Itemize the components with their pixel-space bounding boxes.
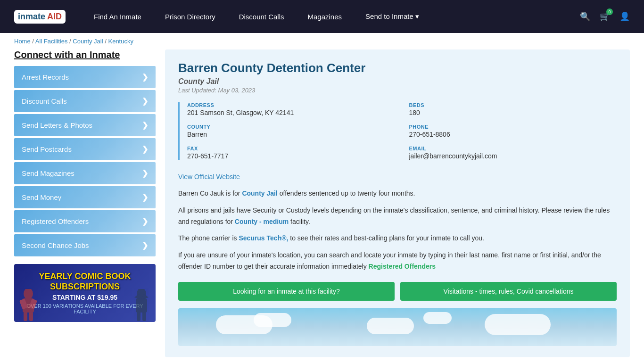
ad-subtitle: OVER 100 VARIATIONS AVAILABLE FOR EVERY … bbox=[22, 303, 148, 314]
ad-price: STARTING AT $19.95 bbox=[52, 294, 117, 301]
sidebar-title: Connect with an Inmate bbox=[14, 49, 156, 60]
nav-find-inmate[interactable]: Find An Inmate bbox=[94, 13, 141, 21]
content-area: Barren County Detention Center County Ja… bbox=[165, 49, 630, 357]
sidebar-item-label: Discount Calls bbox=[22, 97, 67, 105]
logo-aid: AID bbox=[47, 12, 62, 22]
view-official-website-link[interactable]: View Official Website bbox=[178, 173, 240, 181]
main-layout: Connect with an Inmate Arrest Records ❯ … bbox=[0, 49, 644, 362]
sidebar-item-send-magazines[interactable]: Send Magazines ❯ bbox=[14, 162, 156, 184]
info-email: EMAIL jailer@barrencountykyjail.com bbox=[409, 146, 617, 160]
desc-paragraph-1: Barren Co Jauk is for County Jail offend… bbox=[178, 188, 617, 199]
chevron-right-icon: ❯ bbox=[142, 169, 148, 178]
svg-rect-7 bbox=[136, 298, 147, 313]
breadcrumb-county-jail[interactable]: County Jail bbox=[73, 38, 103, 45]
chevron-right-icon: ❯ bbox=[142, 145, 148, 154]
main-nav: Find An Inmate Prison Directory Discount… bbox=[94, 12, 561, 21]
sidebar-item-label: Arrest Records bbox=[22, 73, 69, 81]
address-value: 201 Samson St, Glasgow, KY 42141 bbox=[187, 109, 395, 116]
sidebar-item-label: Second Chance Jobs bbox=[22, 241, 89, 249]
securus-tech-link[interactable]: Securus Tech®, bbox=[239, 234, 288, 242]
info-county: COUNTY Barren bbox=[187, 124, 395, 138]
county-value: Barren bbox=[187, 131, 395, 138]
sidebar-item-registered-offenders[interactable]: Registered Offenders ❯ bbox=[14, 210, 156, 232]
fax-value: 270-651-7717 bbox=[187, 152, 395, 160]
looking-for-inmate-button[interactable]: Looking for an inmate at this facility? bbox=[178, 282, 395, 301]
sidebar-item-label: Send Money bbox=[22, 193, 61, 201]
beds-label: BEDS bbox=[409, 102, 617, 108]
facility-description: Barren Co Jauk is for County Jail offend… bbox=[178, 188, 617, 272]
search-button[interactable]: 🔍 bbox=[580, 11, 590, 22]
header-icons: 🔍 🛒 0 👤 bbox=[580, 11, 630, 22]
info-phone: PHONE 270-651-8806 bbox=[409, 124, 617, 138]
svg-rect-11 bbox=[142, 312, 146, 321]
sidebar-item-send-postcards[interactable]: Send Postcards ❯ bbox=[14, 138, 156, 160]
svg-point-0 bbox=[24, 289, 33, 299]
breadcrumb: Home / All Facilities / County Jail / Ke… bbox=[0, 33, 644, 49]
county-medium-link[interactable]: County - medium bbox=[235, 218, 289, 225]
address-label: ADDRESS bbox=[187, 102, 395, 108]
svg-rect-4 bbox=[24, 312, 27, 321]
sidebar-items: Arrest Records ❯ Discount Calls ❯ Send L… bbox=[14, 66, 156, 256]
cart-button[interactable]: 🛒 0 bbox=[600, 11, 610, 22]
info-fax: FAX 270-651-7717 bbox=[187, 146, 395, 160]
sidebar-item-send-money[interactable]: Send Money ❯ bbox=[14, 186, 156, 208]
info-grid: ADDRESS 201 Samson St, Glasgow, KY 42141… bbox=[178, 102, 617, 160]
breadcrumb-home[interactable]: Home bbox=[14, 38, 31, 45]
cart-badge: 0 bbox=[606, 8, 613, 15]
chevron-right-icon: ❯ bbox=[142, 73, 148, 82]
sky-image bbox=[178, 308, 617, 346]
nav-send-to-inmate[interactable]: Send to Inmate ▾ bbox=[365, 12, 419, 21]
breadcrumb-all-facilities[interactable]: All Facilities bbox=[35, 38, 68, 45]
sidebar-item-send-letters[interactable]: Send Letters & Photos ❯ bbox=[14, 114, 156, 136]
beds-value: 180 bbox=[409, 109, 617, 116]
breadcrumb-state[interactable]: Kentucky bbox=[108, 38, 133, 45]
logo-text: inmate bbox=[18, 12, 45, 22]
header: inmate AID Find An Inmate Prison Directo… bbox=[0, 0, 644, 33]
info-beds: BEDS 180 bbox=[409, 102, 617, 116]
facility-type: County Jail bbox=[178, 77, 617, 86]
desc-paragraph-4: If you are unsure of your inmate's locat… bbox=[178, 250, 617, 272]
facility-name: Barren County Detention Center bbox=[178, 61, 617, 75]
sidebar-item-label: Send Letters & Photos bbox=[22, 121, 92, 129]
desc-paragraph-2: All prisons and jails have Security or C… bbox=[178, 205, 617, 228]
county-label: COUNTY bbox=[187, 124, 395, 130]
chevron-right-icon: ❯ bbox=[142, 193, 148, 202]
chevron-right-icon: ❯ bbox=[142, 97, 148, 106]
sidebar-item-second-chance-jobs[interactable]: Second Chance Jobs ❯ bbox=[14, 234, 156, 256]
nav-prison-directory[interactable]: Prison Directory bbox=[165, 13, 215, 21]
last-updated: Last Updated: May 03, 2023 bbox=[178, 87, 617, 94]
visitations-button[interactable]: Visitations - times, rules, Covid cancel… bbox=[400, 282, 617, 301]
action-buttons: Looking for an inmate at this facility? … bbox=[178, 282, 617, 301]
email-label: EMAIL bbox=[409, 146, 617, 151]
account-button[interactable]: 👤 bbox=[619, 11, 630, 22]
ad-title: YEARLY COMIC BOOKSUBSCRIPTIONS bbox=[39, 272, 131, 292]
info-address: ADDRESS 201 Samson St, Glasgow, KY 42141 bbox=[187, 102, 395, 116]
chevron-right-icon: ❯ bbox=[142, 121, 148, 130]
logo[interactable]: inmate AID bbox=[14, 10, 66, 24]
sidebar-item-label: Send Postcards bbox=[22, 145, 72, 153]
registered-offenders-link[interactable]: Registered Offenders bbox=[369, 263, 436, 270]
nav-discount-calls[interactable]: Discount Calls bbox=[239, 13, 284, 21]
sidebar: Connect with an Inmate Arrest Records ❯ … bbox=[14, 49, 156, 357]
svg-rect-5 bbox=[29, 312, 33, 321]
svg-rect-10 bbox=[137, 312, 140, 321]
nav-magazines[interactable]: Magazines bbox=[308, 13, 342, 21]
ad-banner[interactable]: YEARLY COMIC BOOKSUBSCRIPTIONS STARTING … bbox=[14, 264, 156, 322]
sidebar-item-arrest-records[interactable]: Arrest Records ❯ bbox=[14, 66, 156, 88]
chevron-right-icon: ❯ bbox=[142, 217, 148, 226]
sidebar-item-discount-calls[interactable]: Discount Calls ❯ bbox=[14, 90, 156, 112]
sidebar-item-label: Send Magazines bbox=[22, 169, 74, 177]
phone-value: 270-651-8806 bbox=[409, 131, 617, 138]
fax-label: FAX bbox=[187, 146, 395, 151]
sidebar-item-label: Registered Offenders bbox=[22, 217, 89, 225]
county-jail-link-1[interactable]: County Jail bbox=[242, 189, 277, 197]
email-value: jailer@barrencountykyjail.com bbox=[409, 152, 617, 160]
phone-label: PHONE bbox=[409, 124, 617, 130]
chevron-right-icon: ❯ bbox=[142, 241, 148, 250]
desc-paragraph-3: The phone carrier is Securus Tech®, to s… bbox=[178, 233, 617, 244]
